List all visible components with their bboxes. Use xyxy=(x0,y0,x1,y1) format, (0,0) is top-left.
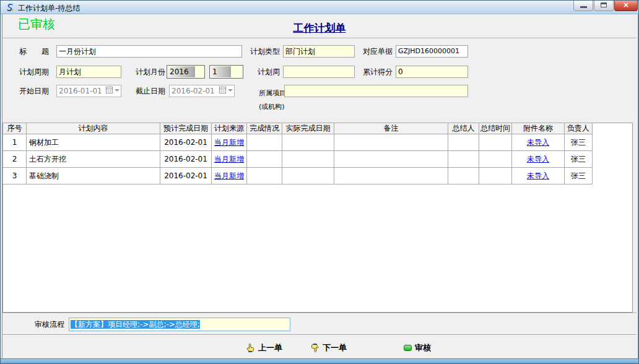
next-record-label: 下一单 xyxy=(323,342,347,353)
next-record-button[interactable]: 下一单 xyxy=(310,340,347,356)
start-date-value: 2016-01-01 xyxy=(59,87,102,95)
page-title: 工作计划单 xyxy=(1,21,638,35)
project-label-line2: (或机构) xyxy=(259,103,285,111)
audit-label: 审核 xyxy=(415,342,431,353)
plan-month-label: 计划月份 xyxy=(136,66,165,78)
plan-type-label: 计划类型 xyxy=(250,45,280,58)
cell-expected-date[interactable]: 2016-02-01 xyxy=(160,134,212,151)
cell-owner: 张三 xyxy=(565,151,593,168)
col-header-expected-date[interactable]: 预计完成日期 xyxy=(160,123,212,134)
plan-month-num-spinner[interactable]: 1 xyxy=(209,65,243,79)
cell-remark[interactable] xyxy=(334,151,448,168)
maximize-button[interactable] xyxy=(594,1,614,11)
cell-actual-date[interactable] xyxy=(282,151,334,168)
col-header-status[interactable]: 完成情况 xyxy=(247,123,282,134)
table-row[interactable]: 3 基础浇制 2016-02-01 当月新增 未导入 张三 xyxy=(3,168,593,184)
minimize-button[interactable] xyxy=(573,1,593,11)
audit-button[interactable]: 审核 xyxy=(404,340,431,356)
cell-summary-time xyxy=(479,134,512,151)
review-flow-label: 审核流程 xyxy=(35,318,64,331)
cell-owner: 张三 xyxy=(565,168,593,184)
col-header-owner[interactable]: 负责人 xyxy=(565,123,593,134)
plan-month-year-value[interactable]: 2016 xyxy=(168,66,195,77)
plan-type-input[interactable]: 部门计划 xyxy=(283,45,355,58)
table-row[interactable]: 1 钢材加工 2016-02-01 当月新增 未导入 张三 xyxy=(3,134,593,151)
col-header-summarizer[interactable]: 总结人 xyxy=(448,123,479,134)
start-date-label: 开始日期 xyxy=(19,85,49,97)
plan-week-input[interactable] xyxy=(283,66,355,78)
app-window: 工作计划单-待总结 × 已审核 工作计划单 标 题 一月份计划 计划类型 部门计… xyxy=(0,0,639,364)
calendar-icon[interactable] xyxy=(106,87,113,93)
review-flow-selected-text: 【新方案】项目经理;->副总;->总经理; xyxy=(71,320,200,329)
cell-content[interactable]: 基础浇制 xyxy=(27,168,160,184)
col-header-summary-time[interactable]: 总结时间 xyxy=(479,123,512,134)
plan-month-year-spinner[interactable]: 2016 xyxy=(167,65,205,79)
col-header-remark[interactable]: 备注 xyxy=(334,123,448,134)
col-header-actual-date[interactable]: 实际完成日期 xyxy=(282,123,334,134)
cell-expected-date[interactable]: 2016-02-01 xyxy=(160,168,212,184)
doc-no-label: 对应单据 xyxy=(363,45,393,58)
cell-content[interactable]: 土石方开挖 xyxy=(27,151,160,168)
end-date-input[interactable]: 2016-02-01 xyxy=(169,85,235,97)
titlebar[interactable]: 工作计划单-待总结 × xyxy=(1,1,638,14)
col-header-no[interactable]: 序号 xyxy=(3,123,27,134)
start-date-input[interactable]: 2016-01-01 xyxy=(56,85,121,97)
chevron-down-icon[interactable] xyxy=(115,89,120,92)
source-link[interactable]: 当月新增 xyxy=(214,171,244,180)
cell-status[interactable] xyxy=(247,134,282,151)
cell-expected-date[interactable]: 2016-02-01 xyxy=(160,151,212,168)
cell-status[interactable] xyxy=(247,168,282,184)
table-row[interactable]: 2 土石方开挖 2016-02-01 当月新增 未导入 张三 xyxy=(3,151,593,168)
project-label: 所属项目 (或机构) xyxy=(250,83,281,117)
chevron-down-icon[interactable] xyxy=(228,89,233,92)
cell-owner: 张三 xyxy=(565,134,593,151)
project-label-line1: 所属项目 xyxy=(259,89,286,97)
source-link[interactable]: 当月新增 xyxy=(214,155,244,163)
plan-items-table: 序号 计划内容 预计完成日期 计划来源 完成情况 实际完成日期 备注 总结人 总… xyxy=(2,123,593,184)
col-header-source[interactable]: 计划来源 xyxy=(212,123,247,134)
cell-actual-date[interactable] xyxy=(282,134,334,151)
end-date-value: 2016-02-01 xyxy=(172,87,215,95)
cell-summary-time xyxy=(479,151,512,168)
project-input[interactable] xyxy=(284,85,468,97)
window-bottom-frame xyxy=(1,358,638,363)
cell-no: 3 xyxy=(3,168,27,184)
footer-divider-top xyxy=(2,313,637,314)
end-date-label: 截止日期 xyxy=(136,85,165,97)
cell-actual-date[interactable] xyxy=(282,168,334,184)
col-header-attachment[interactable]: 附件名称 xyxy=(512,123,565,134)
previous-record-button[interactable]: 上一单 xyxy=(246,340,282,356)
score-label: 累计得分 xyxy=(363,66,393,78)
plan-cycle-input[interactable]: 月计划 xyxy=(56,66,121,78)
cell-summarizer xyxy=(448,168,479,184)
hand-point-down-icon xyxy=(310,343,320,353)
attachment-link[interactable]: 未导入 xyxy=(527,155,549,163)
cell-summary-time xyxy=(479,168,512,184)
table-header-row: 序号 计划内容 预计完成日期 计划来源 完成情况 实际完成日期 备注 总结人 总… xyxy=(3,123,593,134)
plan-month-num-value[interactable]: 1 xyxy=(211,66,231,77)
close-icon: × xyxy=(623,1,629,9)
hand-point-up-icon xyxy=(246,343,255,353)
plan-week-label: 计划周 xyxy=(250,66,280,78)
doc-no-input[interactable]: GZJHD160000001 xyxy=(396,45,468,58)
cell-remark[interactable] xyxy=(334,134,448,151)
calendar-icon[interactable] xyxy=(219,87,226,93)
title-field-label: 标 题 xyxy=(19,45,49,58)
close-button[interactable]: × xyxy=(614,1,638,11)
cell-status[interactable] xyxy=(247,151,282,168)
header-divider xyxy=(2,38,637,39)
cell-remark[interactable] xyxy=(334,168,448,184)
attachment-link[interactable]: 未导入 xyxy=(527,138,549,147)
cell-no: 1 xyxy=(3,134,27,151)
col-header-content[interactable]: 计划内容 xyxy=(27,123,160,134)
minimize-icon xyxy=(580,6,587,8)
attachment-link[interactable]: 未导入 xyxy=(527,171,549,180)
app-logo-swirl-icon xyxy=(5,2,15,12)
cell-content[interactable]: 钢材加工 xyxy=(27,134,160,151)
title-field-input[interactable]: 一月份计划 xyxy=(56,45,242,58)
footer-divider-bottom xyxy=(2,334,637,336)
source-link[interactable]: 当月新增 xyxy=(214,138,244,147)
window-title: 工作计划单-待总结 xyxy=(18,3,80,14)
review-flow-input[interactable]: 【新方案】项目经理;->副总;->总经理; xyxy=(69,318,290,331)
score-input[interactable]: 0 xyxy=(396,66,468,78)
